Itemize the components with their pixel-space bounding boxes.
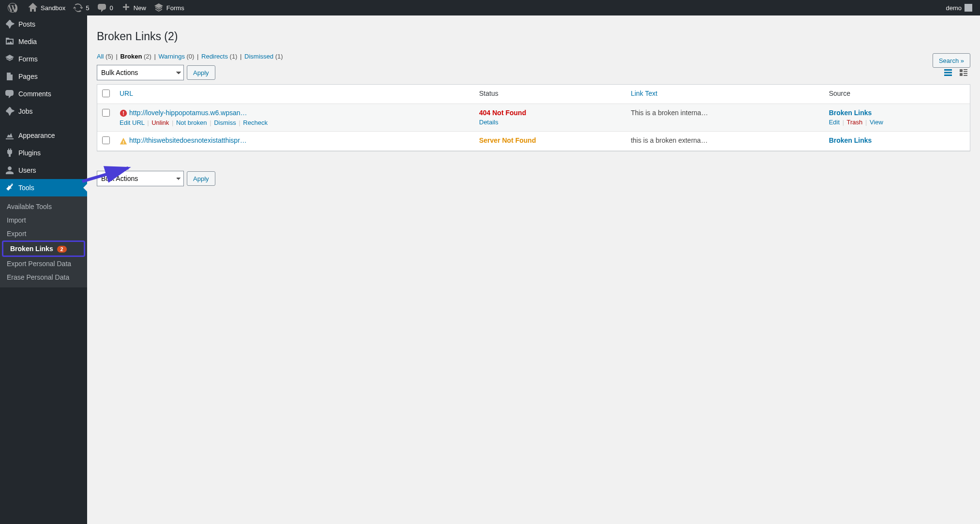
site-name[interactable]: Sandbox	[24, 0, 69, 15]
forms-icon	[154, 3, 164, 13]
new-label: New	[134, 4, 146, 12]
table-row: !http://lovely-hippopotamus.w6.wpsan… Ed…	[97, 104, 726, 132]
filter-broken[interactable]: Broken	[121, 53, 142, 60]
site-name-label: Sandbox	[41, 4, 65, 12]
sidebar-item-label: Appearance	[18, 132, 55, 139]
filter-count: (1)	[228, 53, 238, 60]
error-icon: !	[120, 109, 127, 117]
table-row: !http://thiswebsitedoesnotexistatthispr……	[97, 132, 726, 151]
bulk-actions-select-bottom[interactable]: Bulk Actions	[97, 171, 184, 186]
submenu-item-broken-links[interactable]: Broken Links 2	[3, 242, 84, 255]
unlink-action[interactable]: Unlink	[151, 119, 169, 126]
sidebar-item-pages[interactable]: Pages	[0, 68, 87, 85]
sidebar-submenu: Available ToolsImportExportBroken Links …	[0, 196, 87, 287]
badge: 2	[57, 246, 67, 253]
comments-count: 0	[110, 4, 113, 12]
link-text: This is a broken interna…	[631, 109, 708, 117]
status-text: 404 Not Found	[479, 109, 526, 117]
links-table: URL Status Link Text Source !http://love…	[97, 84, 726, 151]
sidebar-item-forms[interactable]: Forms	[0, 50, 87, 68]
tablenav-bottom: Bulk Actions Apply	[97, 171, 726, 186]
users-icon	[5, 165, 15, 175]
select-all-checkbox[interactable]	[102, 90, 110, 97]
link-text: this is a broken externa…	[631, 136, 708, 144]
filter-count: (5)	[104, 53, 113, 60]
status-text: Server Not Found	[479, 136, 536, 144]
sidebar-item-label: Users	[18, 166, 36, 174]
sidebar-item-label: Media	[18, 38, 37, 45]
col-url[interactable]: URL	[115, 85, 474, 104]
row-checkbox[interactable]	[102, 109, 110, 117]
plugins-icon	[5, 148, 15, 158]
sidebar-item-label: Tools	[18, 184, 34, 192]
filter-all[interactable]: All	[97, 53, 104, 60]
url-link[interactable]: http://thiswebsitedoesnotexistatthispr…	[129, 136, 247, 144]
sidebar-item-posts[interactable]: Posts	[0, 15, 87, 33]
wordpress-icon	[8, 3, 17, 13]
filter-warnings[interactable]: Warnings	[158, 53, 184, 60]
filter-count: (2)	[142, 53, 151, 60]
sidebar-item-plugins[interactable]: Plugins	[0, 144, 87, 162]
sidebar-item-appearance[interactable]: Appearance	[0, 127, 87, 144]
sidebar-item-label: Pages	[18, 73, 38, 80]
edit-url-action[interactable]: Edit URL	[120, 119, 145, 126]
url-link[interactable]: http://lovely-hippopotamus.w6.wpsan…	[129, 109, 247, 117]
appearance-icon	[5, 131, 15, 140]
apply-button[interactable]: Apply	[187, 65, 215, 80]
sidebar-item-media[interactable]: Media	[0, 33, 87, 50]
dismiss-action[interactable]: Dismiss	[214, 119, 236, 126]
media-icon	[5, 37, 15, 46]
content-area: Broken Links (2) Search » All (5) | Brok…	[87, 15, 726, 388]
filter-dismissed[interactable]: Dismissed	[244, 53, 273, 60]
warning-icon: !	[120, 137, 127, 145]
svg-text:!: !	[122, 139, 124, 144]
col-status: Status	[474, 85, 626, 104]
updates-count: 5	[86, 4, 89, 12]
filter-count: (0)	[185, 53, 195, 60]
forms-icon	[5, 54, 15, 64]
sidebar-item-comments[interactable]: Comments	[0, 85, 87, 103]
sidebar-item-label: Jobs	[18, 107, 33, 115]
submenu-item-erase-personal-data[interactable]: Erase Personal Data	[0, 270, 87, 284]
comments[interactable]: 0	[93, 0, 117, 15]
not-broken-action[interactable]: Not broken	[176, 119, 207, 126]
details-action[interactable]: Details	[479, 119, 498, 126]
row-actions: Edit URL | Unlink | Not broken | Dismiss…	[120, 119, 469, 126]
updates[interactable]: 5	[69, 0, 93, 15]
svg-text:!: !	[122, 110, 124, 116]
bulk-actions-select[interactable]: Bulk Actions	[97, 65, 184, 80]
page-title: Broken Links (2)	[97, 20, 726, 49]
forms-label: Forms	[166, 4, 184, 12]
pin-icon	[5, 19, 15, 29]
tablenav-top: Bulk Actions Apply	[97, 65, 726, 80]
sidebar-item-label: Comments	[18, 90, 51, 98]
submenu-item-export[interactable]: Export	[0, 227, 87, 240]
recheck-action[interactable]: Recheck	[243, 119, 268, 126]
submenu-item-import[interactable]: Import	[0, 213, 87, 227]
filter-links: All (5) | Broken (2) | Warnings (0) | Re…	[97, 53, 726, 60]
col-link-text[interactable]: Link Text	[626, 85, 726, 104]
comment-icon	[97, 3, 107, 13]
home-icon	[28, 3, 38, 13]
plus-icon	[121, 3, 131, 13]
submenu-item-export-personal-data[interactable]: Export Personal Data	[0, 257, 87, 270]
wp-logo[interactable]	[4, 0, 24, 15]
admin-sidebar: PostsMediaFormsPagesCommentsJobsAppearan…	[0, 15, 87, 388]
submenu-item-available-tools[interactable]: Available Tools	[0, 200, 87, 213]
row-checkbox[interactable]	[102, 136, 110, 144]
new-content[interactable]: New	[117, 0, 150, 15]
update-icon	[73, 3, 83, 13]
apply-button-bottom[interactable]: Apply	[187, 171, 215, 186]
comments-icon	[5, 89, 15, 99]
sidebar-item-label: Plugins	[18, 149, 41, 157]
pin-icon	[5, 106, 15, 116]
sidebar-item-jobs[interactable]: Jobs	[0, 103, 87, 120]
sidebar-item-label: Posts	[18, 20, 35, 28]
sidebar-item-tools[interactable]: Tools	[0, 179, 87, 196]
filter-count: (1)	[273, 53, 283, 60]
filter-redirects[interactable]: Redirects	[201, 53, 228, 60]
sidebar-item-users[interactable]: Users	[0, 162, 87, 179]
forms-menu[interactable]: Forms	[150, 0, 188, 15]
tools-icon	[5, 183, 15, 193]
sidebar-item-label: Forms	[18, 55, 38, 63]
